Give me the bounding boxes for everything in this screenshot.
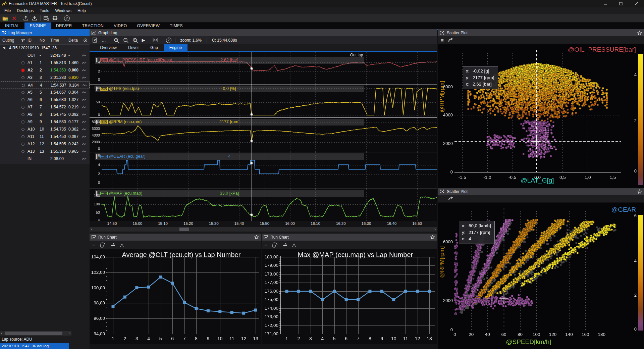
lap-radio-indicator[interactable] bbox=[21, 135, 24, 138]
compare-laps-icon[interactable] bbox=[21, 39, 25, 42]
favorite-star-icon[interactable] bbox=[254, 235, 259, 240]
graph-log-plot-area[interactable]: 420ECU@OIL_PRESSURE (ecu.oilPress)2,62 [… bbox=[90, 52, 437, 221]
delta-icon[interactable]: △ bbox=[120, 242, 124, 247]
favorite-star-icon[interactable] bbox=[637, 31, 642, 35]
lap-row-out[interactable]: OUT-32:43.48- bbox=[0, 52, 90, 59]
lap-row-a13[interactable]: A13131:55.3180.965 bbox=[0, 148, 90, 155]
tab-initial[interactable]: INITIAL bbox=[0, 22, 24, 29]
lap-trace-icon[interactable] bbox=[82, 120, 86, 125]
channel-header[interactable]: ECU@RPM (ecu.rpm)2177 [rpm] bbox=[95, 119, 364, 126]
zoom-reset-icon[interactable] bbox=[131, 37, 139, 44]
outing-group-row[interactable]: 4 R5 / 20210910_1547_36 bbox=[0, 45, 90, 52]
lap-table-hscrollbar[interactable]: ‹ › bbox=[0, 331, 71, 336]
lap-row-a3[interactable]: A332:01.2836.930 bbox=[0, 74, 90, 82]
graph-log-header[interactable]: Graph Log bbox=[90, 29, 437, 36]
menu-file[interactable]: File bbox=[1, 8, 14, 13]
compare-icon[interactable] bbox=[110, 243, 115, 247]
lap-trace-icon[interactable] bbox=[82, 150, 86, 154]
minimize-button[interactable] bbox=[598, 0, 613, 7]
export-button[interactable] bbox=[31, 15, 39, 22]
col-delta[interactable]: Delta bbox=[68, 38, 78, 43]
run-chart-canvas-clt[interactable] bbox=[90, 250, 261, 344]
menu-help[interactable]: Help bbox=[74, 8, 89, 13]
scatter-canvas-oil[interactable] bbox=[438, 44, 644, 188]
col-no[interactable]: No bbox=[40, 38, 45, 43]
lap-row-in[interactable]: IN-2:08.00- bbox=[0, 155, 90, 163]
channel-list-icon[interactable]: ≡ bbox=[92, 242, 95, 247]
lap-radio-indicator[interactable] bbox=[21, 106, 24, 109]
lap-trace-icon[interactable] bbox=[82, 135, 86, 140]
export-table-button[interactable] bbox=[91, 37, 99, 44]
scroll-left-icon[interactable]: ‹ bbox=[1, 331, 2, 336]
add-window-button[interactable] bbox=[42, 15, 50, 22]
reset-view-icon[interactable] bbox=[448, 38, 453, 42]
scroll-left-icon[interactable]: ‹ bbox=[91, 227, 92, 232]
channel-list-icon[interactable]: ≡ bbox=[264, 242, 267, 247]
graph-hscrollbar[interactable]: ‹ › bbox=[90, 227, 437, 232]
graph-tab-overview[interactable]: Overview bbox=[94, 44, 122, 51]
col-id[interactable]: ID bbox=[28, 38, 32, 43]
compare-icon[interactable] bbox=[282, 243, 287, 247]
lap-row-a5[interactable]: A551:54.6570.304 bbox=[0, 89, 90, 96]
graph-tab-driver[interactable]: Driver bbox=[122, 44, 145, 51]
channel-header[interactable]: ECU@OIL_PRESSURE (ecu.oilPress)2,62 [bar… bbox=[95, 57, 364, 64]
visibility-eye-icon[interactable] bbox=[83, 38, 88, 42]
scrollbar-thumb[interactable] bbox=[179, 228, 189, 231]
time-cursor-line[interactable] bbox=[252, 52, 252, 221]
lap-trace-icon[interactable] bbox=[82, 54, 86, 58]
collapse-triangle-icon[interactable] bbox=[3, 47, 6, 50]
lap-trace-icon[interactable] bbox=[82, 105, 86, 110]
tab-times[interactable]: TIMES bbox=[165, 22, 188, 29]
lap-row-a7[interactable]: A771:54.5720.219 bbox=[0, 104, 90, 111]
lap-radio-indicator[interactable] bbox=[21, 98, 24, 101]
log-manager-header[interactable]: Log Manager bbox=[0, 29, 90, 36]
scroll-right-icon[interactable]: › bbox=[434, 227, 436, 232]
zoom-in-icon[interactable] bbox=[112, 37, 120, 44]
graph-tab-grip[interactable]: Grip bbox=[145, 44, 164, 51]
help-button[interactable]: ? bbox=[63, 15, 71, 22]
active-lap-indicator[interactable] bbox=[21, 69, 24, 72]
lap-trace-icon[interactable] bbox=[83, 84, 87, 88]
import-button[interactable] bbox=[22, 15, 30, 22]
open-log-button[interactable] bbox=[1, 15, 9, 22]
lap-trace-icon[interactable] bbox=[82, 98, 86, 103]
maximize-button[interactable] bbox=[613, 0, 629, 7]
tab-engine[interactable]: ENGINE bbox=[24, 22, 51, 29]
lap-radio-indicator[interactable] bbox=[21, 120, 24, 123]
lap-radio-indicator[interactable] bbox=[21, 61, 24, 64]
lap-row-a8[interactable]: A881:54.7450.392 bbox=[0, 111, 90, 118]
more-options-button[interactable]: ... bbox=[100, 38, 107, 43]
run-chart-header[interactable]: Run Chart bbox=[262, 234, 437, 241]
col-outing[interactable]: Outing bbox=[2, 38, 14, 43]
lap-row-a11[interactable]: A11111:54.4500.097 bbox=[0, 133, 90, 141]
tab-video[interactable]: VIDEO bbox=[109, 22, 132, 29]
lap-row-a9[interactable]: A991:54.5300.177 bbox=[0, 118, 90, 126]
zoom-out-icon[interactable] bbox=[122, 37, 130, 44]
lap-trace-icon[interactable] bbox=[82, 128, 86, 132]
lap-radio-indicator[interactable] bbox=[21, 150, 24, 153]
play-button[interactable]: ▶ bbox=[141, 38, 147, 43]
run-chart-canvas-map[interactable] bbox=[262, 250, 437, 344]
track-filter-icon[interactable] bbox=[100, 242, 106, 248]
tab-driver[interactable]: DRIVER bbox=[51, 22, 77, 29]
delta-icon[interactable]: △ bbox=[292, 242, 296, 247]
fit-width-button[interactable] bbox=[152, 37, 160, 44]
run-chart-header[interactable]: Run Chart bbox=[90, 234, 261, 241]
lap-row-a1[interactable]: A111:55.8131.460 bbox=[0, 59, 90, 67]
favorite-star-icon[interactable] bbox=[637, 189, 642, 194]
channel-header[interactable]: ECU@MAP (ecu.map)33,0 [kPa] bbox=[95, 190, 364, 197]
lap-row-a4[interactable]: A441:54.5370.184 bbox=[0, 82, 90, 89]
scatter-plot-header[interactable]: Scatter Plot bbox=[438, 29, 644, 36]
menu-tools[interactable]: Tools bbox=[37, 8, 52, 13]
lap-radio-indicator[interactable] bbox=[22, 84, 25, 87]
graph-tab-engine[interactable]: Engine bbox=[164, 44, 187, 51]
reset-view-icon[interactable] bbox=[448, 196, 453, 201]
lap-row-a6[interactable]: A661:55.6801.327 bbox=[0, 96, 90, 104]
scrollbar-thumb[interactable] bbox=[5, 332, 62, 335]
lap-row-a12[interactable]: A12121:54.5950.242 bbox=[0, 141, 90, 148]
lap-trace-icon[interactable] bbox=[82, 113, 86, 117]
channel-list-icon[interactable]: ≡ bbox=[441, 38, 444, 43]
lap-trace-icon[interactable] bbox=[82, 61, 86, 66]
favorite-star-icon[interactable] bbox=[430, 235, 435, 240]
lap-table-column-header[interactable]: Outing ID No Time Delta bbox=[0, 36, 90, 45]
